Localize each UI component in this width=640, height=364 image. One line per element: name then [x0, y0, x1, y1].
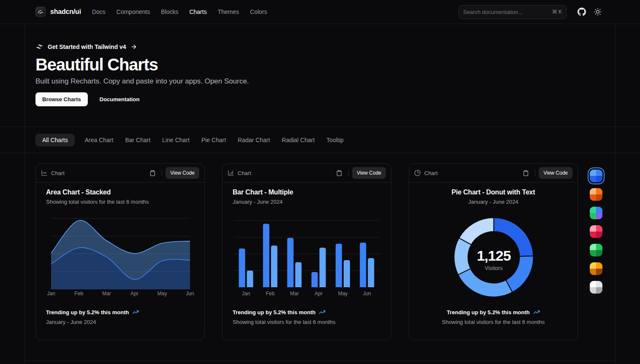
trending-up-icon [533, 309, 540, 315]
svg-text:Jan: Jan [47, 291, 55, 297]
trend-text: Trending up by 5.2% this month [46, 309, 129, 315]
tab-area-chart[interactable]: Area Chart [85, 137, 114, 143]
sun-icon [594, 8, 602, 16]
hero-section: Get Started with Tailwind v4 Beautiful C… [0, 24, 640, 127]
browse-charts-button[interactable]: Browse Charts [35, 92, 88, 106]
left-page-border [24, 24, 25, 364]
card-body: Area Chart - Stacked Showing total visit… [36, 183, 204, 325]
view-code-button[interactable]: View Code [539, 167, 572, 179]
svg-text:Apr: Apr [130, 291, 138, 297]
bar-chart-icon [228, 170, 234, 176]
nav-colors[interactable]: Colors [250, 8, 267, 15]
search-box[interactable]: ⌘ K [458, 5, 567, 19]
brand[interactable]: shadcn/ui [35, 7, 81, 17]
tab-all-charts[interactable]: All Charts [35, 134, 75, 146]
chart-description: January - June 2024 [419, 199, 567, 205]
svg-text:Jan: Jan [242, 291, 250, 297]
theme-swatch-red[interactable] [590, 225, 602, 238]
stacked-area-chart: JanFebMarAprMayJun [46, 215, 195, 299]
header-icons [578, 8, 602, 16]
chart-title: Pie Chart - Donut with Text [419, 189, 567, 196]
svg-text:Mar: Mar [290, 291, 299, 297]
svg-text:May: May [338, 291, 348, 297]
tab-bar-chart[interactable]: Bar Chart [125, 137, 150, 143]
chart-area: 1,125 Visitors [419, 215, 567, 299]
card-toolbar-label: Chart [51, 170, 65, 176]
search-shortcut: ⌘ K [552, 9, 562, 15]
copy-code-button[interactable] [520, 167, 532, 179]
chart-card-bar-multiple: Chart View Code Bar Chart - Multiple Jan… [222, 163, 391, 340]
tailwind-banner-link[interactable]: Get Started with Tailwind v4 [35, 43, 137, 50]
clipboard-icon [336, 170, 342, 176]
nav-charts[interactable]: Charts [189, 8, 206, 15]
theme-picker [590, 170, 602, 294]
tab-radial-chart[interactable]: Radial Chart [282, 137, 315, 143]
grouped-bar-chart: JanFebMarAprMayJun [233, 215, 382, 299]
page-subtitle: Built using Recharts. Copy and paste int… [35, 77, 640, 86]
charts-grid: Chart View Code Area Chart - Stacked Sho… [0, 153, 640, 340]
chart-area: JanFebMarAprMayJun [46, 215, 194, 299]
svg-text:Jun: Jun [363, 291, 371, 297]
card-toolbar: Chart View Code [222, 164, 391, 183]
arrow-right-icon [130, 43, 137, 50]
nav-docs[interactable]: Docs [92, 8, 106, 15]
card-toolbar: Chart View Code [36, 164, 204, 183]
card-toolbar-label: Chart [424, 170, 438, 176]
tab-tooltip[interactable]: Tooltip [326, 137, 343, 143]
theme-swatch-blue[interactable] [590, 170, 602, 182]
footer-note: Showing total visitors for the last 6 mo… [233, 319, 381, 325]
clipboard-icon [149, 170, 156, 176]
copy-code-button[interactable] [146, 167, 158, 179]
chart-card-pie-donut: Chart View Code Pie Chart - Donut with T… [409, 163, 578, 340]
line-chart-icon [41, 170, 48, 176]
theme-swatch-gray[interactable] [590, 281, 602, 294]
github-icon [578, 8, 586, 16]
chart-title: Area Chart - Stacked [46, 189, 194, 196]
logo-icon [35, 7, 46, 17]
brand-name: shadcn/ui [50, 8, 81, 16]
donut-total-label: Visitors [485, 265, 503, 271]
trending-up-icon [132, 309, 139, 315]
tailwind-icon [35, 44, 43, 49]
nav-components[interactable]: Components [117, 8, 150, 15]
svg-text:Feb: Feb [266, 291, 275, 297]
page-title: Beautiful Charts [35, 55, 640, 74]
view-code-button[interactable]: View Code [165, 167, 199, 179]
nav-blocks[interactable]: Blocks [161, 8, 178, 15]
search-input[interactable] [463, 9, 549, 15]
right-page-border [615, 24, 616, 364]
theme-toggle-button[interactable] [594, 8, 602, 16]
documentation-button[interactable]: Documentation [93, 92, 146, 106]
tab-line-chart[interactable]: Line Chart [162, 137, 190, 143]
donut-total: 1,125 [477, 248, 510, 264]
card-toolbar-label: Chart [238, 170, 251, 176]
view-code-button[interactable]: View Code [352, 167, 386, 179]
theme-swatch-green[interactable] [590, 244, 602, 256]
banner-text: Get Started with Tailwind v4 [48, 43, 126, 50]
toolbar-divider [348, 170, 349, 176]
tab-radar-chart[interactable]: Radar Chart [238, 137, 270, 143]
theme-swatch-amber[interactable] [590, 262, 602, 275]
tab-pie-chart[interactable]: Pie Chart [201, 137, 226, 143]
svg-text:Apr: Apr [315, 291, 323, 297]
svg-text:Jun: Jun [186, 291, 194, 297]
card-footer: Trending up by 5.2% this month Showing t… [419, 299, 567, 325]
trend-text: Trending up by 5.2% this month [447, 309, 529, 315]
chart-card-area-stacked: Chart View Code Area Chart - Stacked Sho… [35, 163, 205, 340]
svg-text:Mar: Mar [102, 291, 111, 297]
nav-themes[interactable]: Themes [218, 8, 239, 15]
chart-description: January - June 2024 [233, 199, 381, 205]
theme-swatch-orange[interactable] [590, 188, 602, 201]
bottom-divider [24, 361, 615, 361]
chart-type-tabs: All Charts Area Chart Bar Chart Line Cha… [0, 127, 640, 153]
chart-description: Showing total visitors for the last 6 mo… [46, 199, 194, 205]
copy-code-button[interactable] [333, 167, 345, 179]
card-body: Pie Chart - Donut with Text January - Ju… [409, 183, 578, 325]
pie-chart-icon [414, 170, 421, 176]
card-toolbar: Chart View Code [409, 164, 578, 183]
top-nav: shadcn/ui Docs Components Blocks Charts … [0, 0, 640, 24]
theme-swatch-multi[interactable] [590, 207, 602, 219]
card-footer: Trending up by 5.2% this month Showing t… [233, 299, 381, 325]
github-button[interactable] [578, 8, 586, 16]
card-body: Bar Chart - Multiple January - June 2024… [222, 183, 391, 325]
